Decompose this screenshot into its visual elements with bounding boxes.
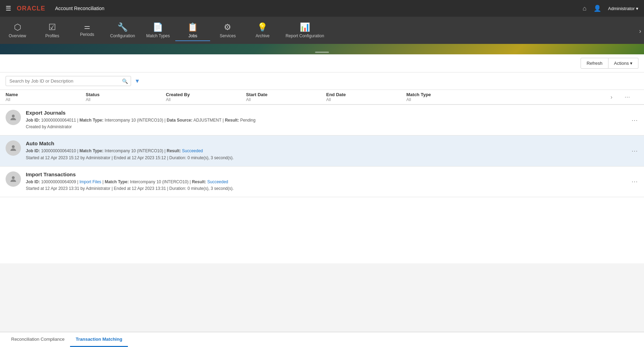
hero-banner [0,44,644,54]
col-name-sub: All [6,97,86,102]
search-input[interactable] [6,76,119,86]
nav-report-config-label: Report Configuration [285,33,324,38]
table-header: Name All Status All Created By All Start… [0,90,644,105]
configuration-icon: 🔧 [117,23,128,31]
user-menu[interactable]: Administrator ▾ [608,6,638,11]
col-end-date-sub: All [326,97,406,102]
nav-configuration[interactable]: 🔧 Configuration [105,21,140,40]
col-status-sub: All [86,97,166,102]
job-id-label-2: Job ID: 100000000064010 | Match Type: In… [26,148,203,153]
top-nav: ☰ ORACLE Account Reconciliation ⌂ 👤 Admi… [0,0,644,17]
col-start-date: Start Date All [246,92,326,102]
nav-match-types-label: Match Types [146,33,170,38]
job-meta-3: Job ID: 100000000064009 | Import Files |… [26,179,627,192]
oracle-logo: ORACLE [17,5,45,12]
main-content: Refresh Actions ▾ 🔍 ▼ Name All Status Al… [0,54,644,263]
nav-services-label: Services [220,33,236,38]
profiles-icon: ☑ [48,23,56,31]
nav-overview-label: Overview [9,33,26,38]
nav-right: ⌂ 👤 Administrator ▾ [583,5,638,12]
svg-point-2 [12,176,15,179]
svg-point-0 [12,115,15,117]
job-details-2: Auto Match Job ID: 100000000064010 | Mat… [26,140,627,161]
home-icon[interactable]: ⌂ [583,5,586,12]
nav-archive[interactable]: 💡 Archive [245,21,280,40]
search-input-wrapper: 🔍 [6,76,131,86]
col-more-icon[interactable]: ⋯ [624,94,638,100]
services-icon: ⚙ [224,23,231,31]
col-name-label: Name [6,92,86,97]
job-avatar-3 [6,171,21,187]
import-files-link[interactable]: Import Files [79,179,101,184]
col-end-date: End Date All [326,92,406,102]
jobs-icon: 📋 [187,23,198,31]
nav-match-types[interactable]: 📄 Match Types [140,21,175,40]
col-status: Status All [86,92,166,102]
job-more-menu-3[interactable]: ⋯ [631,178,638,185]
job-title-2[interactable]: Auto Match [26,140,627,146]
report-config-icon: 📊 [300,23,310,31]
job-more-menu-1[interactable]: ⋯ [631,116,638,124]
job-avatar-2 [6,140,21,156]
job-time-3: Started at 12 Apr 2023 13:31 by Administ… [26,186,234,191]
col-match-type-sub: All [406,97,611,102]
nav-jobs[interactable]: 📋 Jobs [175,21,210,41]
job-time-2: Started at 12 Apr 2023 15:12 by Administ… [26,155,234,160]
job-result-3: Succeeded [207,179,228,184]
job-title-3[interactable]: Import Transactions [26,171,627,177]
svg-point-1 [12,145,15,148]
nav-profiles-label: Profiles [45,33,59,38]
nav-overview[interactable]: ⬡ Overview [0,21,35,40]
refresh-button[interactable]: Refresh [581,58,608,69]
filter-icon[interactable]: ▼ [135,78,140,84]
job-meta-2: Job ID: 100000000064010 | Match Type: In… [26,148,627,161]
job-title-1[interactable]: Export Journals [26,110,627,116]
job-item-export-journals: Export Journals Job ID: 100000000064011 … [0,105,644,136]
hamburger-menu[interactable]: ☰ [6,5,11,12]
col-status-label: Status [86,92,166,97]
job-meta-1: Job ID: 100000000064011 | Match Type: In… [26,117,627,130]
col-match-type: Match Type All [406,92,611,102]
col-name: Name All [6,92,86,102]
hero-indicator [315,52,329,53]
job-item-import-transactions: Import Transactions Job ID: 100000000064… [0,167,644,197]
col-created-by: Created By All [166,92,246,102]
nav-configuration-label: Configuration [110,33,135,38]
nav-profiles[interactable]: ☑ Profiles [35,21,70,40]
nav-expand-chevron[interactable]: › [639,28,644,35]
job-more-menu-2[interactable]: ⋯ [631,147,638,155]
overview-icon: ⬡ [14,23,21,31]
actions-button[interactable]: Actions ▾ [608,58,638,69]
job-id-label-3: Job ID: 100000000064009 | Import Files |… [26,179,228,184]
job-details-1: Export Journals Job ID: 100000000064011 … [26,110,627,130]
col-created-by-sub: All [166,97,246,102]
col-start-date-sub: All [246,97,326,102]
job-list: Export Journals Job ID: 100000000064011 … [0,105,644,197]
col-end-date-label: End Date [326,92,406,97]
nav-services[interactable]: ⚙ Services [210,21,245,40]
toolbar: Refresh Actions ▾ [0,54,644,72]
col-created-by-label: Created By [166,92,246,97]
nav-periods-label: Periods [80,32,94,37]
user-profile-icon[interactable]: 👤 [593,5,601,12]
match-types-icon: 📄 [153,23,163,31]
job-id-label-1: Job ID: 100000000064011 | Match Type: In… [26,118,255,123]
periods-icon: ⚌ [84,23,90,30]
actions-label: Actions ▾ [614,61,632,66]
search-icon: 🔍 [119,78,131,84]
archive-icon: 💡 [257,23,268,31]
nav-archive-label: Archive [255,33,269,38]
app-title: Account Reconciliation [55,6,105,11]
icon-nav: ⬡ Overview ☑ Profiles ⚌ Periods 🔧 Config… [0,17,644,44]
job-result-2: Succeeded [182,148,203,153]
col-expand-icon[interactable]: › [611,94,624,100]
job-details-3: Import Transactions Job ID: 100000000064… [26,171,627,192]
search-bar: 🔍 ▼ [0,72,644,90]
nav-report-configuration[interactable]: 📊 Report Configuration [280,21,330,40]
nav-periods[interactable]: ⚌ Periods [70,21,105,39]
nav-jobs-label: Jobs [189,33,197,38]
col-start-date-label: Start Date [246,92,326,97]
job-avatar-1 [6,110,21,125]
job-item-auto-match: Auto Match Job ID: 100000000064010 | Mat… [0,136,644,166]
col-match-type-label: Match Type [406,92,611,97]
